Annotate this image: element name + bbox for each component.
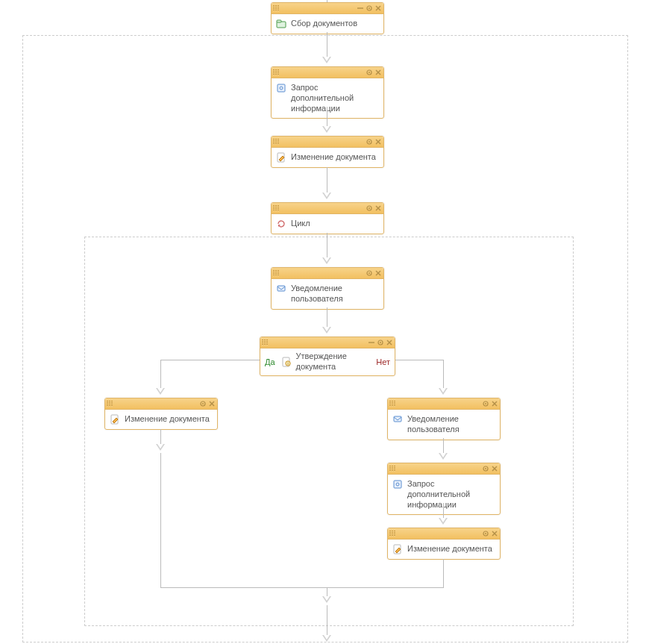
close-icon[interactable] <box>208 400 216 407</box>
node-approve-document[interactable]: Да i Утверждение документа Нет <box>260 337 395 376</box>
close-icon[interactable] <box>491 465 498 472</box>
svg-point-14 <box>369 141 370 143</box>
connector <box>327 167 327 193</box>
arrowhead-down-icon <box>439 388 448 395</box>
connector <box>327 587 444 588</box>
svg-point-41 <box>485 403 486 404</box>
svg-rect-44 <box>394 416 401 422</box>
gear-icon[interactable] <box>366 138 373 146</box>
node-titlebar[interactable] <box>105 398 217 410</box>
connector <box>443 559 444 587</box>
drag-handle-icon[interactable] <box>107 401 113 407</box>
drag-handle-icon[interactable] <box>389 466 395 472</box>
node-collect-documents[interactable]: Сбор документов <box>271 2 384 34</box>
node-change-document-2[interactable]: Изменение документа <box>104 398 218 430</box>
node-label: Изменение документа <box>407 544 492 554</box>
svg-rect-26 <box>277 286 285 291</box>
arrowhead-down-icon <box>439 453 448 460</box>
svg-point-2 <box>369 7 370 9</box>
node-label: Уведомление пользователя <box>407 414 495 435</box>
connector <box>327 307 327 327</box>
close-icon[interactable] <box>386 339 393 346</box>
node-notify-user-1[interactable]: Уведомление пользователя <box>271 267 384 310</box>
branch-no-label: Нет <box>376 357 390 366</box>
node-label: Цикл <box>291 219 310 229</box>
node-request-info-1[interactable]: Запрос дополнительной информации <box>271 66 384 119</box>
gear-icon[interactable] <box>366 69 373 76</box>
node-change-document-3[interactable]: Изменение документа <box>387 528 501 560</box>
gear-icon[interactable] <box>482 400 489 407</box>
svg-point-52 <box>485 533 486 534</box>
node-titlebar[interactable] <box>388 528 500 540</box>
drag-handle-icon[interactable] <box>389 401 395 407</box>
drag-handle-icon[interactable] <box>262 340 268 346</box>
node-titlebar[interactable] <box>272 137 383 148</box>
drag-handle-icon[interactable] <box>273 69 279 75</box>
connector <box>327 587 327 596</box>
drag-handle-icon[interactable] <box>273 270 279 276</box>
gear-icon[interactable] <box>366 4 373 12</box>
gear-icon[interactable] <box>199 400 207 407</box>
drag-handle-icon[interactable] <box>389 531 395 537</box>
close-icon[interactable] <box>491 400 498 407</box>
arrowhead-down-icon <box>439 518 448 525</box>
svg-rect-49 <box>394 481 401 488</box>
close-icon[interactable] <box>374 138 382 146</box>
svg-point-29 <box>380 342 381 343</box>
svg-point-8 <box>369 72 370 73</box>
svg-rect-6 <box>277 20 281 22</box>
node-titlebar[interactable] <box>260 337 395 348</box>
node-label: Утверждение документа <box>296 351 371 372</box>
node-titlebar[interactable] <box>272 203 383 214</box>
node-label: Запрос дополнительной информации <box>291 83 379 113</box>
arrowhead-down-icon <box>322 193 331 199</box>
drag-handle-icon[interactable] <box>273 205 279 211</box>
close-icon[interactable] <box>374 204 382 212</box>
node-titlebar[interactable] <box>272 67 383 78</box>
minimize-icon[interactable] <box>368 339 375 346</box>
drag-handle-icon[interactable] <box>273 5 279 11</box>
node-titlebar[interactable] <box>388 398 500 410</box>
workflow-canvas: Сбор документов Запрос дополнительной ин… <box>0 0 646 644</box>
arrowhead-down-icon <box>322 126 331 133</box>
node-titlebar[interactable] <box>272 3 383 14</box>
gear-icon[interactable] <box>482 465 489 472</box>
arrowhead-down-icon <box>156 444 165 451</box>
node-label: Изменение документа <box>291 152 376 163</box>
gear-icon[interactable] <box>366 269 373 277</box>
close-icon[interactable] <box>374 4 382 12</box>
connector <box>327 107 327 126</box>
node-notify-user-2[interactable]: Уведомление пользователя <box>387 398 501 440</box>
info-request-icon <box>276 83 286 93</box>
connector <box>160 453 161 587</box>
connector <box>160 360 161 388</box>
minimize-icon[interactable] <box>357 4 364 12</box>
folder-icon <box>276 19 286 29</box>
gear-icon[interactable] <box>482 530 489 537</box>
gear-icon[interactable] <box>366 204 373 212</box>
close-icon[interactable] <box>491 530 498 537</box>
edit-document-icon <box>276 152 286 163</box>
node-cycle[interactable]: Цикл <box>271 202 384 234</box>
connector <box>327 233 327 257</box>
drag-handle-icon[interactable] <box>273 139 279 145</box>
gear-icon[interactable] <box>377 339 384 346</box>
svg-point-19 <box>369 207 370 209</box>
node-label: Запрос дополнительной информации <box>407 479 495 510</box>
node-request-info-2[interactable]: Запрос дополнительной информации <box>387 463 501 515</box>
node-change-document-1[interactable]: Изменение документа <box>271 136 384 168</box>
connector <box>327 32 327 57</box>
node-titlebar[interactable] <box>272 268 383 279</box>
close-icon[interactable] <box>374 69 382 76</box>
notify-icon <box>392 414 403 425</box>
svg-point-46 <box>485 468 486 469</box>
connector <box>327 605 327 635</box>
connector <box>160 587 327 588</box>
branch-yes-label: Да <box>265 357 275 366</box>
node-titlebar[interactable] <box>388 463 500 475</box>
cycle-icon <box>276 219 286 229</box>
info-request-icon <box>392 479 403 490</box>
node-label: Изменение документа <box>125 414 210 425</box>
close-icon[interactable] <box>374 269 382 277</box>
connector <box>160 360 260 360</box>
